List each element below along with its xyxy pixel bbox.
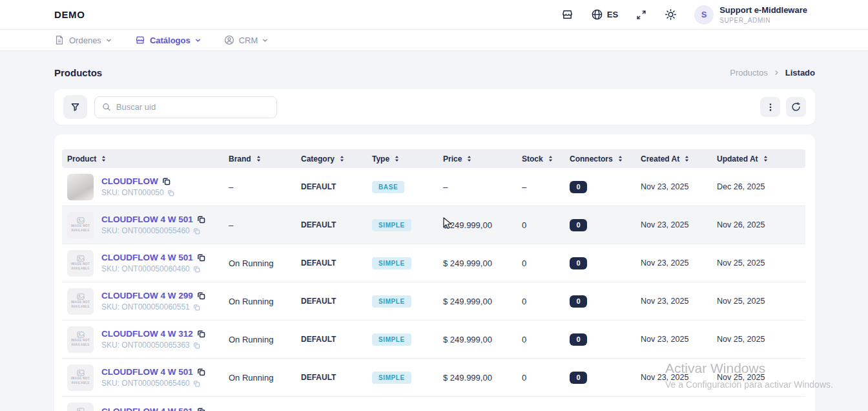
product-name-link[interactable]: CLOUDFLOW <box>101 176 158 186</box>
refresh-button[interactable] <box>786 97 806 117</box>
product-sku: SKU: ONT000050065460 <box>101 379 190 388</box>
product-thumbnail: IMAGE NOT AVAILABLE <box>67 364 94 391</box>
product-cell: IMAGE NOT AVAILABLE CLOUDFLOW 4 W 299 SK… <box>62 288 223 315</box>
column-header[interactable]: Updated At <box>712 154 805 163</box>
product-sku: SKU: ONT000050 <box>101 188 164 197</box>
nav-item-ordenes[interactable]: Ordenes <box>54 35 112 45</box>
language-switcher[interactable]: ES <box>591 8 618 21</box>
copy-icon[interactable] <box>193 227 200 235</box>
table-row[interactable]: IMAGE NOT AVAILABLE CLOUDFLOW 4 W 501 <box>62 397 805 411</box>
column-header[interactable]: Product <box>62 154 223 163</box>
column-label: Price <box>443 154 462 163</box>
connectors-badge: 0 <box>570 257 587 269</box>
avatar: S <box>694 5 714 25</box>
type-badge: BASE <box>372 181 404 193</box>
created-at-cell: Nov 23, 2025 <box>636 182 712 191</box>
category-cell: DEFAULT <box>296 182 367 191</box>
table-row[interactable]: CLOUDFLOW SKU: ONT000050 – DEFAULT BASE … <box>62 168 805 206</box>
search-input[interactable] <box>116 102 269 112</box>
connectors-cell: 0 <box>564 372 636 384</box>
column-header[interactable]: Type <box>367 154 438 163</box>
connectors-cell: 0 <box>564 295 636 308</box>
product-name-link[interactable]: CLOUDFLOW 4 W 312 <box>101 329 193 339</box>
placeholder-text: IMAGE NOT <box>71 262 90 266</box>
filter-button[interactable] <box>63 95 87 119</box>
placeholder-text: AVAILABLE <box>71 267 90 271</box>
brand-cell: On Running <box>223 258 296 268</box>
image-placeholder-icon <box>77 217 85 224</box>
product-cell: IMAGE NOT AVAILABLE CLOUDFLOW 4 W 312 SK… <box>62 326 223 353</box>
copy-icon[interactable] <box>197 407 205 411</box>
type-badge: SIMPLE <box>372 295 411 308</box>
copy-icon[interactable] <box>197 330 205 338</box>
created-at-cell: Nov 23, 2025 <box>636 258 712 268</box>
connectors-badge: 0 <box>570 181 587 193</box>
user-menu[interactable]: S Support e-Middleware SUPER_ADMIN <box>694 5 807 25</box>
chevron-down-icon <box>195 37 201 43</box>
column-header[interactable]: Stock <box>517 154 564 163</box>
product-thumbnail <box>67 174 94 200</box>
column-header[interactable]: Price <box>438 154 517 163</box>
document-icon <box>54 35 65 45</box>
copy-icon[interactable] <box>167 189 174 196</box>
table-body: CLOUDFLOW SKU: ONT000050 – DEFAULT BASE … <box>62 168 805 411</box>
type-cell: BASE <box>367 181 438 193</box>
column-header[interactable]: Category <box>296 154 367 163</box>
created-at-cell: Nov 23, 2025 <box>636 373 712 382</box>
filter-toolbar <box>54 89 815 125</box>
copy-icon[interactable] <box>193 380 200 387</box>
table-row[interactable]: IMAGE NOT AVAILABLE CLOUDFLOW 4 W 501 SK… <box>62 359 805 397</box>
nav-label: Catálogos <box>150 36 191 45</box>
copy-icon[interactable] <box>197 368 205 376</box>
breadcrumb-current: Listado <box>785 68 815 78</box>
nav-item-crm[interactable]: CRM <box>224 35 269 45</box>
copy-icon[interactable] <box>197 215 205 224</box>
nav-label: CRM <box>239 36 258 45</box>
price-cell: $ 249.999,00 <box>438 220 517 230</box>
column-label: Updated At <box>717 154 758 163</box>
product-name-link[interactable]: CLOUDFLOW 4 W 501 <box>101 253 193 262</box>
theme-toggle-sun-icon[interactable] <box>665 8 677 21</box>
stock-cell: 0 <box>517 335 564 344</box>
table-row[interactable]: IMAGE NOT AVAILABLE CLOUDFLOW 4 W 501 SK… <box>62 206 805 244</box>
storefront-icon[interactable] <box>561 8 574 21</box>
table-row[interactable]: IMAGE NOT AVAILABLE CLOUDFLOW 4 W 501 SK… <box>62 244 805 282</box>
brand-cell: On Running <box>223 373 296 383</box>
fullscreen-icon[interactable] <box>636 9 647 21</box>
placeholder-text: AVAILABLE <box>71 381 90 385</box>
table-actions <box>760 97 806 117</box>
updated-at-cell: Nov 26, 2025 <box>712 220 805 229</box>
price-cell: $ 249.999,00 <box>438 297 517 306</box>
product-name-link[interactable]: CLOUDFLOW 4 W 501 <box>101 367 193 377</box>
placeholder-text: IMAGE NOT <box>71 339 90 342</box>
product-name-link[interactable]: CLOUDFLOW 4 W 501 <box>101 215 193 224</box>
column-header[interactable]: Connectors <box>564 154 636 163</box>
copy-icon[interactable] <box>162 177 170 185</box>
user-role: SUPER_ADMIN <box>719 17 807 24</box>
stock-cell: 0 <box>517 297 564 306</box>
app-logo[interactable]: DEMO <box>54 9 85 20</box>
brand-cell: On Running <box>223 335 296 344</box>
price-cell: $ 249.999,00 <box>438 373 517 383</box>
column-label: Brand <box>229 154 251 163</box>
column-header[interactable]: Brand <box>223 154 296 163</box>
product-name-link[interactable]: CLOUDFLOW 4 W 501 <box>101 406 193 411</box>
table-row[interactable]: IMAGE NOT AVAILABLE CLOUDFLOW 4 W 312 SK… <box>62 321 805 359</box>
column-header[interactable]: Created At <box>636 154 712 163</box>
breadcrumb-root[interactable]: Productos <box>730 68 768 78</box>
breadcrumb: Productos Listado <box>730 68 815 78</box>
table-row[interactable]: IMAGE NOT AVAILABLE CLOUDFLOW 4 W 299 SK… <box>62 282 805 321</box>
product-name-link[interactable]: CLOUDFLOW 4 W 299 <box>101 291 193 300</box>
product-cell: IMAGE NOT AVAILABLE CLOUDFLOW 4 W 501 SK… <box>62 212 223 238</box>
copy-icon[interactable] <box>193 342 200 349</box>
nav-item-catalogos[interactable]: Catálogos <box>135 35 201 45</box>
copy-icon[interactable] <box>193 266 200 273</box>
image-placeholder-icon <box>77 408 85 411</box>
product-cell: IMAGE NOT AVAILABLE CLOUDFLOW 4 W 501 SK… <box>62 364 223 391</box>
copy-icon[interactable] <box>197 253 205 262</box>
copy-icon[interactable] <box>193 304 200 311</box>
updated-at-cell: Nov 25, 2025 <box>712 335 805 344</box>
top-bar: DEMO ES S Support e-Middleware SUPER_ADM… <box>0 0 868 30</box>
more-options-button[interactable] <box>760 97 780 117</box>
copy-icon[interactable] <box>197 291 205 300</box>
